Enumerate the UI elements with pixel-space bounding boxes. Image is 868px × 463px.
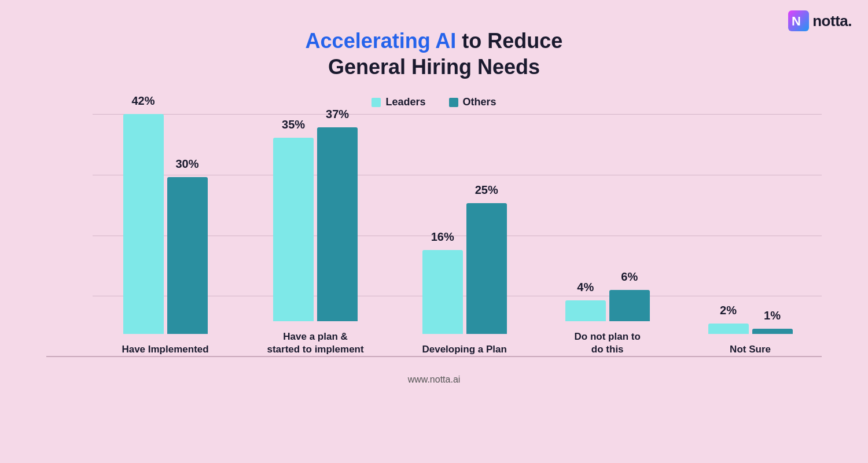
- bars-4: 2%1%: [708, 324, 793, 334]
- bar-wrapper-leaders-2: 16%: [422, 250, 463, 334]
- legend-leaders-icon: [372, 98, 381, 107]
- bar-group-2: 16%25%Developing a Plan: [422, 203, 506, 356]
- chart-title: Accelerating AI to Reduce General Hiring…: [306, 28, 563, 80]
- title-accent: Accelerating AI: [306, 29, 457, 53]
- bar-others-4: [752, 329, 793, 334]
- bar-wrapper-leaders-0: 42%: [123, 114, 164, 334]
- title-container: Accelerating AI to Reduce General Hiring…: [306, 28, 563, 80]
- svg-text:N: N: [792, 14, 801, 28]
- bar-label-leaders-2: 16%: [431, 230, 454, 244]
- bar-wrapper-others-4: 1%: [752, 329, 793, 334]
- bar-label-others-1: 37%: [326, 108, 349, 121]
- bar-wrapper-leaders-1: 35%: [273, 138, 314, 321]
- bar-label-leaders-3: 4%: [577, 281, 594, 294]
- bars-1: 35%37%: [273, 127, 358, 321]
- bar-group-label-1: Have a plan &started to implement: [267, 330, 363, 356]
- bar-leaders-4: [708, 324, 749, 334]
- chart-area: 42%30%Have Implemented35%37%Have a plan …: [46, 114, 822, 357]
- bar-label-others-3: 6%: [621, 270, 638, 284]
- bar-wrapper-others-1: 37%: [317, 127, 358, 321]
- bar-wrapper-others-3: 6%: [609, 290, 650, 321]
- legend-leaders-label: Leaders: [385, 96, 425, 108]
- bar-group-label-2: Developing a Plan: [422, 343, 506, 356]
- bar-label-leaders-0: 42%: [132, 94, 155, 108]
- legend-others-label: Others: [463, 96, 496, 108]
- bar-wrapper-others-0: 30%: [167, 177, 208, 334]
- chart-legend: Leaders Others: [372, 96, 496, 108]
- bar-leaders-3: [565, 300, 606, 321]
- bar-others-1: [317, 127, 358, 321]
- bar-group-label-0: Have Implemented: [122, 343, 208, 356]
- bar-wrapper-leaders-4: 2%: [708, 324, 749, 334]
- bar-others-0: [167, 177, 208, 334]
- bar-leaders-0: [123, 114, 164, 334]
- bar-group-3: 4%6%Do not plan todo this: [565, 290, 650, 356]
- bar-label-leaders-4: 2%: [720, 304, 737, 317]
- legend-others: Others: [449, 96, 496, 108]
- bar-wrapper-others-2: 25%: [466, 203, 507, 334]
- logo-text: notta.: [812, 12, 852, 30]
- bars-0: 42%30%: [123, 114, 208, 334]
- legend-others-icon: [449, 98, 458, 107]
- bar-group-4: 2%1%Not Sure: [708, 324, 793, 356]
- bar-group-label-3: Do not plan todo this: [575, 330, 641, 356]
- bar-label-leaders-1: 35%: [282, 118, 305, 131]
- footer-url: www.notta.ai: [408, 374, 461, 385]
- bar-wrapper-leaders-3: 4%: [565, 300, 606, 321]
- bar-others-3: [609, 290, 650, 321]
- bars-2: 16%25%: [422, 203, 507, 334]
- bar-label-others-0: 30%: [176, 157, 199, 171]
- bars-3: 4%6%: [565, 290, 650, 321]
- legend-leaders: Leaders: [372, 96, 425, 108]
- bar-group-1: 35%37%Have a plan &started to implement: [267, 127, 363, 356]
- notta-logo-icon: N: [788, 10, 809, 31]
- bar-label-others-2: 25%: [475, 183, 498, 197]
- bar-others-2: [466, 203, 507, 334]
- bar-leaders-2: [422, 250, 463, 334]
- bars-container: 42%30%Have Implemented35%37%Have a plan …: [46, 114, 822, 357]
- bar-label-others-4: 1%: [764, 309, 781, 322]
- bar-group-label-4: Not Sure: [730, 343, 771, 356]
- bar-leaders-1: [273, 138, 314, 321]
- bar-group-0: 42%30%Have Implemented: [122, 114, 208, 356]
- logo: N notta.: [788, 10, 852, 31]
